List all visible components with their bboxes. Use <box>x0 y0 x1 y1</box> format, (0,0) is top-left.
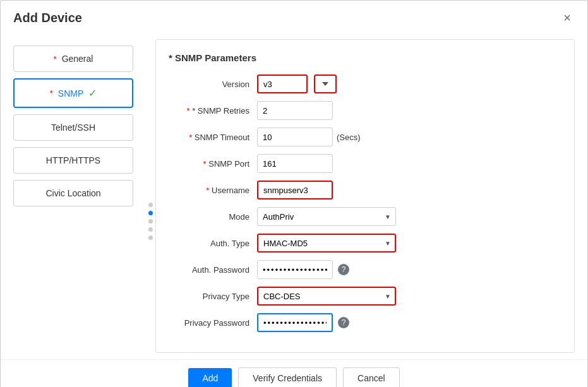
step-dots <box>146 33 155 359</box>
timeout-row: * SNMP Timeout (Secs) <box>169 128 555 146</box>
port-label: * SNMP Port <box>169 159 257 169</box>
version-wrapper <box>257 74 337 93</box>
sidebar-item-civic-label: Civic Location <box>45 188 100 198</box>
privacy-type-label: Privacy Type <box>169 292 257 301</box>
auth-password-help-icon[interactable]: ? <box>338 264 349 275</box>
mode-select[interactable]: AuthPriv AuthNoPriv NoAuthNoPriv <box>257 207 396 226</box>
username-label: * Username <box>169 186 257 195</box>
username-row: * Username <box>169 181 555 199</box>
privacy-password-input[interactable] <box>257 313 333 332</box>
dot-5 <box>148 235 153 240</box>
dot-2 <box>148 211 153 215</box>
sidebar-item-http-label: HTTP/HTTPS <box>46 155 100 165</box>
sidebar-item-civic[interactable]: Civic Location <box>13 180 133 206</box>
privacy-type-select-wrapper: CBC-DES CFB-AES-128 <box>257 287 396 306</box>
version-chevron-icon <box>322 82 328 86</box>
port-row: * SNMP Port <box>169 154 555 173</box>
auth-password-label: Auth. Password <box>169 265 257 275</box>
snmp-panel: * SNMP Parameters Version * * SNMP Retri… <box>155 39 575 353</box>
privacy-password-help-icon[interactable]: ? <box>338 317 349 328</box>
version-label: Version <box>169 80 257 89</box>
retries-label: * * SNMP Retries <box>169 106 257 116</box>
privacy-password-field: ? <box>257 313 349 332</box>
sidebar-item-snmp[interactable]: * SNMP ✓ <box>13 78 133 108</box>
dialog-body: * General * SNMP ✓ Telnet/SSH HTTP/HTTPS… <box>1 33 587 359</box>
snmp-check-icon: ✓ <box>88 87 97 99</box>
dot-3 <box>148 219 153 223</box>
mode-label: Mode <box>169 212 257 222</box>
add-button[interactable]: Add <box>188 368 232 387</box>
auth-password-row: Auth. Password ? <box>169 260 555 279</box>
section-title: * SNMP Parameters <box>169 52 555 63</box>
add-device-dialog: Add Device × * General * SNMP ✓ Telnet/S… <box>0 0 588 387</box>
version-row: Version <box>169 74 555 93</box>
privacy-type-row: Privacy Type CBC-DES CFB-AES-128 <box>169 287 555 306</box>
retries-input[interactable] <box>257 101 333 120</box>
sidebar: * General * SNMP ✓ Telnet/SSH HTTP/HTTPS… <box>1 33 146 359</box>
version-input[interactable] <box>257 74 308 93</box>
sidebar-item-telnet-label: Telnet/SSH <box>51 122 95 133</box>
sidebar-item-snmp-label: SNMP <box>58 88 83 98</box>
sidebar-item-telnet[interactable]: Telnet/SSH <box>13 114 133 141</box>
sidebar-item-general[interactable]: * General <box>13 45 133 72</box>
version-dropdown-button[interactable] <box>314 74 337 93</box>
sidebar-item-http[interactable]: HTTP/HTTPS <box>13 147 133 174</box>
timeout-input[interactable] <box>257 128 333 146</box>
section-title-star: * <box>169 52 175 63</box>
auth-type-select-wrapper: HMAC-MD5 HMAC-SHA <box>257 234 396 253</box>
mode-select-wrapper: AuthPriv AuthNoPriv NoAuthNoPriv <box>257 207 396 226</box>
dialog-title: Add Device <box>13 11 82 25</box>
timeout-label: * SNMP Timeout <box>169 133 257 142</box>
auth-type-label: Auth. Type <box>169 239 257 248</box>
privacy-password-row: Privacy Password ? <box>169 313 555 332</box>
port-input[interactable] <box>257 154 333 173</box>
auth-type-select[interactable]: HMAC-MD5 HMAC-SHA <box>257 234 396 253</box>
username-input[interactable] <box>257 181 333 199</box>
auth-type-row: Auth. Type HMAC-MD5 HMAC-SHA <box>169 234 555 253</box>
sidebar-item-general-label: General <box>62 54 93 64</box>
dialog-header: Add Device × <box>1 1 587 33</box>
snmp-required-star: * <box>50 88 53 98</box>
retries-row: * * SNMP Retries <box>169 101 555 120</box>
general-required-star: * <box>54 54 57 64</box>
dot-1 <box>148 203 153 207</box>
secs-label: (Secs) <box>337 133 361 142</box>
cancel-button[interactable]: Cancel <box>343 367 400 387</box>
privacy-type-select[interactable]: CBC-DES CFB-AES-128 <box>257 287 396 306</box>
verify-credentials-button[interactable]: Verify Credentials <box>238 367 337 387</box>
privacy-password-label: Privacy Password <box>169 318 257 328</box>
dot-4 <box>148 227 153 232</box>
dialog-footer: Add Verify Credentials Cancel <box>1 359 587 387</box>
auth-password-input[interactable] <box>257 260 333 279</box>
close-button[interactable]: × <box>560 9 575 27</box>
mode-row: Mode AuthPriv AuthNoPriv NoAuthNoPriv <box>169 207 555 226</box>
auth-password-field: ? <box>257 260 349 279</box>
